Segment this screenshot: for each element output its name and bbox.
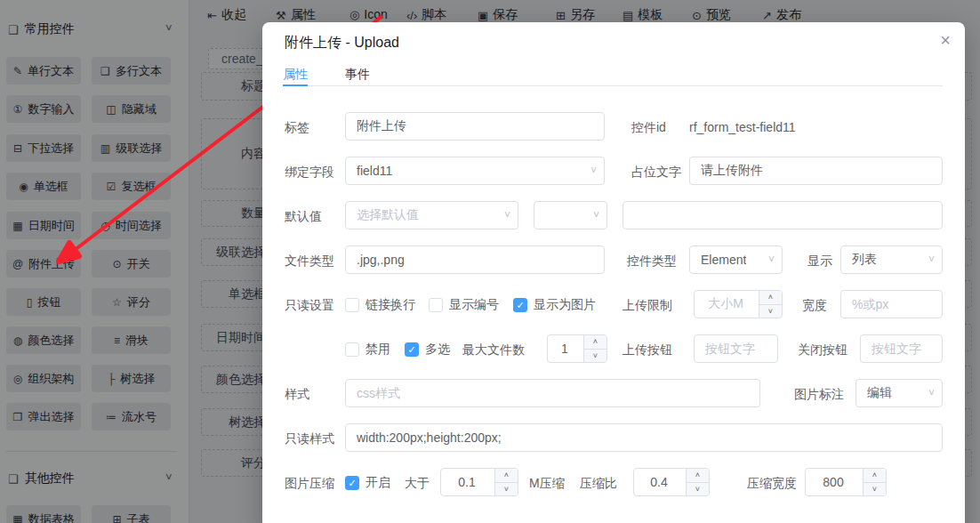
label-input[interactable] <box>345 112 605 141</box>
checkbox-label: 多选 <box>425 342 450 358</box>
file-type-label: 文件类型 <box>285 253 334 270</box>
select-placeholder: 选择默认值 <box>357 207 419 223</box>
stepper-placeholder: 大小M <box>695 291 759 318</box>
select-value: field11 <box>357 164 392 178</box>
width-label: 宽度 <box>802 298 827 314</box>
readonly-style-label: 只读样式 <box>285 431 334 447</box>
default-value-label: 默认值 <box>285 209 322 225</box>
file-type-input[interactable] <box>345 245 605 274</box>
spinner-down-icon[interactable]: ˅ <box>759 305 782 318</box>
upload-limit-stepper[interactable]: 大小M˄˅ <box>694 290 783 318</box>
close-button-text-input[interactable] <box>860 334 943 363</box>
checkbox-label: 显示编号 <box>449 297 499 313</box>
tab-events[interactable]: 事件 <box>345 67 370 83</box>
checkbox-label: 开启 <box>365 475 390 491</box>
checkbox-checked-icon: ✓ <box>513 298 527 312</box>
spinner: ˄˅ <box>494 469 518 495</box>
stepper-value: 0.1 <box>441 469 494 495</box>
chevron-down-icon: ˅ <box>593 209 599 221</box>
readonly-style-input[interactable] <box>345 423 943 452</box>
compress-enable-checkbox[interactable]: ✓开启 <box>345 475 390 491</box>
upload-button-label: 上传按钮 <box>623 342 672 358</box>
stepper-value: 1 <box>548 335 583 362</box>
close-icon[interactable]: × <box>940 31 951 49</box>
checkbox-label: 禁用 <box>365 342 390 358</box>
image-compress-label: 图片压缩 <box>285 476 334 492</box>
checkbox-icon <box>429 298 443 312</box>
select-value: Element <box>701 253 746 267</box>
chevron-down-icon: ˅ <box>768 253 775 266</box>
widget-type-label: 控件类型 <box>627 253 677 270</box>
show-as-image-checkbox[interactable]: ✓显示为图片 <box>513 297 596 313</box>
select-value: 列表 <box>852 252 877 268</box>
upload-limit-label: 上传限制 <box>623 298 672 314</box>
spinner: ˄˅ <box>759 291 782 318</box>
placeholder-text-input[interactable] <box>689 157 943 185</box>
active-tab-underline <box>283 84 308 86</box>
spinner-down-icon[interactable]: ˅ <box>495 483 518 496</box>
link-wrap-checkbox[interactable]: 链接换行 <box>345 297 415 313</box>
default-value-select[interactable]: 选择默认值˅ <box>345 201 518 229</box>
compress-ratio-label: 压缩比 <box>580 476 617 492</box>
chevron-down-icon: ˅ <box>928 387 935 399</box>
spinner-down-icon[interactable]: ˅ <box>687 483 709 496</box>
stepper-value: 800 <box>806 469 863 495</box>
multiple-checkbox[interactable]: ✓多选 <box>405 342 450 358</box>
compress-width-label: 压缩宽度 <box>747 476 797 492</box>
placeholder-text-label: 占位文字 <box>631 165 681 181</box>
image-caption-label: 图片标注 <box>794 387 844 403</box>
max-files-stepper[interactable]: 1˄˅ <box>547 334 607 363</box>
readonly-setting-label: 只读设置 <box>285 298 334 314</box>
close-button-label: 关闭按钮 <box>798 342 847 358</box>
m-compress-label: M压缩 <box>529 476 565 492</box>
dialog-title: 附件上传 - Upload <box>285 34 399 52</box>
disabled-checkbox[interactable]: 禁用 <box>345 342 390 358</box>
greater-than-label: 大于 <box>405 476 430 492</box>
upload-button-text-input[interactable] <box>694 334 778 363</box>
chevron-down-icon: ˅ <box>590 165 597 177</box>
select-value: 编辑 <box>867 385 892 401</box>
label-field-label: 标签 <box>285 120 309 136</box>
display-mode-select[interactable]: 列表˅ <box>840 245 943 274</box>
show-number-checkbox[interactable]: 显示编号 <box>429 297 499 313</box>
bind-field-label: 绑定字段 <box>285 165 334 181</box>
compress-ratio-stepper[interactable]: 0.4˄˅ <box>633 468 710 496</box>
tab-divider <box>285 85 943 86</box>
checkbox-icon <box>345 342 359 357</box>
greater-than-stepper[interactable]: 0.1˄˅ <box>440 468 518 496</box>
spinner-up-icon[interactable]: ˄ <box>864 469 886 483</box>
checkbox-label: 显示为图片 <box>534 297 596 313</box>
checkbox-checked-icon: ✓ <box>405 342 419 357</box>
spinner: ˄˅ <box>686 469 709 495</box>
default-value-input[interactable] <box>623 201 943 229</box>
display-label: 显示 <box>807 253 832 270</box>
spinner-up-icon[interactable]: ˄ <box>495 469 518 483</box>
default-subtype-select[interactable]: ˅ <box>534 201 607 229</box>
style-label: 样式 <box>285 387 309 403</box>
width-input[interactable] <box>840 290 943 318</box>
spinner: ˄˅ <box>863 469 886 495</box>
checkbox-icon <box>345 298 359 312</box>
stepper-value: 0.4 <box>634 469 686 495</box>
spinner-up-icon[interactable]: ˄ <box>759 291 782 305</box>
image-caption-select[interactable]: 编辑˅ <box>855 379 943 407</box>
chevron-down-icon: ˅ <box>928 253 935 266</box>
max-files-label: 最大文件数 <box>462 342 525 358</box>
spinner-down-icon[interactable]: ˅ <box>864 483 886 496</box>
bind-field-select[interactable]: field11˅ <box>345 157 605 185</box>
form-designer-app: ❑ 常用控件 ˅ ✎单行文本 ❑多行文本 ①数字输入 ◫隐藏域 ⊟下拉选择 ▥级… <box>0 0 980 523</box>
style-input[interactable] <box>345 379 760 407</box>
checkbox-label: 链接换行 <box>365 297 415 313</box>
widget-id-value: rf_form_test-field11 <box>689 120 796 134</box>
spinner-down-icon[interactable]: ˅ <box>584 350 606 363</box>
compress-width-stepper[interactable]: 800˄˅ <box>805 468 887 496</box>
chevron-down-icon: ˅ <box>504 209 510 221</box>
widget-type-select[interactable]: Element˅ <box>689 245 783 274</box>
tab-properties[interactable]: 属性 <box>283 67 308 83</box>
upload-settings-dialog: 附件上传 - Upload × 属性 事件 标签 控件id rf_form_te… <box>262 22 965 523</box>
spinner: ˄˅ <box>583 335 606 362</box>
checkbox-checked-icon: ✓ <box>345 476 359 490</box>
widget-id-label: 控件id <box>631 120 666 136</box>
spinner-up-icon[interactable]: ˄ <box>687 469 709 483</box>
spinner-up-icon[interactable]: ˄ <box>584 335 606 350</box>
